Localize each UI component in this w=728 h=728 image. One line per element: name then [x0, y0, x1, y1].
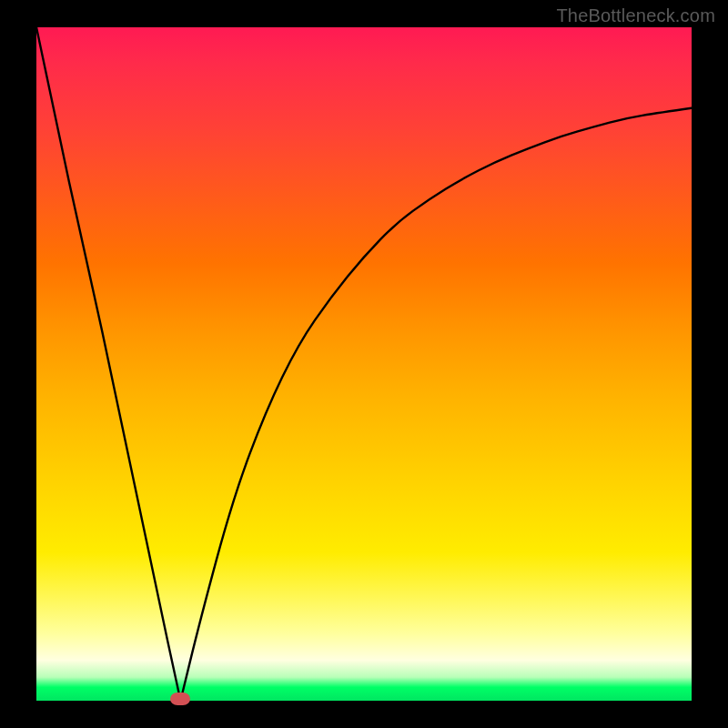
plot-area — [36, 27, 692, 701]
minimum-marker — [170, 693, 190, 705]
chart-frame: TheBottleneck.com — [0, 0, 728, 728]
bottleneck-curve — [36, 27, 692, 701]
curve-svg — [36, 27, 692, 701]
watermark-text: TheBottleneck.com — [556, 5, 715, 26]
